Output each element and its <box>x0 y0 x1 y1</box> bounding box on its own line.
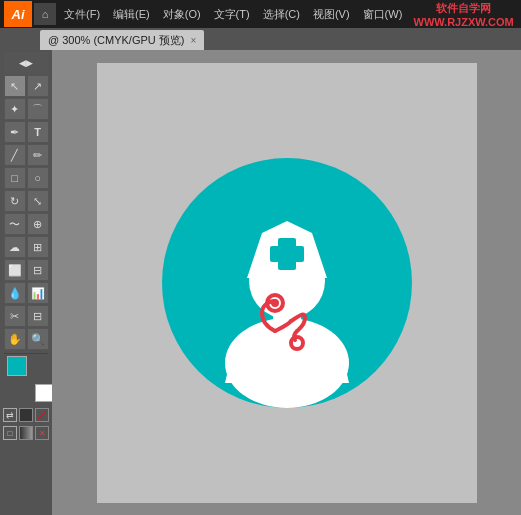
shape-tools: □ ○ <box>4 167 49 189</box>
rotate-tool[interactable]: ↻ <box>4 190 26 212</box>
mode-icons: □ ✕ <box>3 426 49 440</box>
menu-select[interactable]: 选择(C) <box>257 5 306 24</box>
chart-tools: 💧 📊 <box>4 282 49 304</box>
zoom-tool[interactable]: 🔍 <box>27 328 49 350</box>
graph-tool[interactable]: ⊞ <box>27 236 49 258</box>
color-mode-icon[interactable]: □ <box>3 426 17 440</box>
hand-tool[interactable]: ✋ <box>4 328 26 350</box>
background-color-swatch[interactable] <box>35 384 53 402</box>
foreground-color-swatch[interactable] <box>7 356 27 376</box>
title-bar: Ai ⌂ 文件(F) 编辑(E) 对象(O) 文字(T) 选择(C) 视图(V)… <box>0 0 521 28</box>
gradient-tool[interactable]: ⬜ <box>4 259 26 281</box>
paintbrush-tool[interactable]: ✏ <box>27 144 49 166</box>
svg-rect-5 <box>270 246 304 262</box>
scale-tool[interactable]: ⤡ <box>27 190 49 212</box>
default-colors-icon[interactable] <box>19 408 33 422</box>
slice-tools: ✂ ⊟ <box>4 305 49 327</box>
canvas-area <box>52 50 521 515</box>
toolbar-arrows-row: ◀▶ <box>4 52 48 74</box>
extra-swatches: ⇄ <box>3 408 49 422</box>
tab-close-button[interactable]: × <box>190 35 196 46</box>
ellipse-tool[interactable]: ○ <box>27 167 49 189</box>
svg-point-8 <box>271 299 279 307</box>
view-tools: ✋ 🔍 <box>4 328 49 350</box>
warp-tool[interactable]: 〜 <box>4 213 26 235</box>
menu-view[interactable]: 视图(V) <box>307 5 356 24</box>
draw-tools: ✒ T <box>4 121 49 143</box>
type-tool[interactable]: T <box>27 121 49 143</box>
symbol-tools: ☁ ⊞ <box>4 236 49 258</box>
line-tool[interactable]: ╱ <box>4 144 26 166</box>
menu-bar: 文件(F) 编辑(E) 对象(O) 文字(T) 选择(C) 视图(V) 窗口(W… <box>58 5 408 24</box>
toolbar-divider <box>4 353 48 354</box>
main-layout: ◀▶ ↖ ↗ ✦ ⌒ ✒ T ╱ ✏ □ ○ ↻ ⤡ 〜 ⊕ <box>0 50 521 515</box>
select-tool[interactable]: ↖ <box>4 75 26 97</box>
menu-window[interactable]: 窗口(W) <box>357 5 409 24</box>
direct-select-tool[interactable]: ↗ <box>27 75 49 97</box>
rotate-tools: ↻ ⤡ <box>4 190 49 212</box>
menu-object[interactable]: 对象(O) <box>157 5 207 24</box>
magic-wand-tool[interactable]: ✦ <box>4 98 26 120</box>
color-swatches <box>7 356 45 394</box>
home-icon[interactable]: ⌂ <box>34 3 56 25</box>
bar-chart-icon[interactable]: 📊 <box>27 282 49 304</box>
gradient-tools: ⬜ ⊟ <box>4 259 49 281</box>
menu-file[interactable]: 文件(F) <box>58 5 106 24</box>
pen-tool[interactable]: ✒ <box>4 121 26 143</box>
gradient-mode-icon[interactable] <box>19 426 33 440</box>
ai-logo: Ai <box>4 1 32 27</box>
menu-edit[interactable]: 编辑(E) <box>107 5 156 24</box>
eyedropper-tool[interactable]: 💧 <box>4 282 26 304</box>
lasso-tool[interactable]: ⌒ <box>27 98 49 120</box>
pen-tools: ✦ ⌒ <box>4 98 49 120</box>
scissors-tool[interactable]: ✂ <box>4 305 26 327</box>
pattern-mode-icon[interactable]: ✕ <box>35 426 49 440</box>
watermark-text: 软件自学网WWW.RJZXW.COM <box>410 1 517 28</box>
selection-tools: ↖ ↗ <box>4 75 49 97</box>
canvas-background <box>97 63 477 503</box>
warp-tools: 〜 ⊕ <box>4 213 49 235</box>
tab-bar: @ 300% (CMYK/GPU 预览) × <box>0 28 521 50</box>
mesh-tool[interactable]: ⊟ <box>27 259 49 281</box>
menu-text[interactable]: 文字(T) <box>208 5 256 24</box>
symbol-tool[interactable]: ☁ <box>4 236 26 258</box>
left-toolbar: ◀▶ ↖ ↗ ✦ ⌒ ✒ T ╱ ✏ □ ○ ↻ ⤡ 〜 ⊕ <box>0 50 52 515</box>
slice-tool[interactable]: ⊟ <box>27 305 49 327</box>
tab-label: @ 300% (CMYK/GPU 预览) <box>48 33 184 48</box>
toolbar-collapse-btn[interactable]: ◀▶ <box>4 52 48 74</box>
rect-tool[interactable]: □ <box>4 167 26 189</box>
line-tools: ╱ ✏ <box>4 144 49 166</box>
swap-colors-icon[interactable]: ⇄ <box>3 408 17 422</box>
document-tab[interactable]: @ 300% (CMYK/GPU 预览) × <box>40 30 204 50</box>
free-transform-tool[interactable]: ⊕ <box>27 213 49 235</box>
none-color-icon[interactable] <box>35 408 49 422</box>
nurse-icon <box>157 153 417 413</box>
